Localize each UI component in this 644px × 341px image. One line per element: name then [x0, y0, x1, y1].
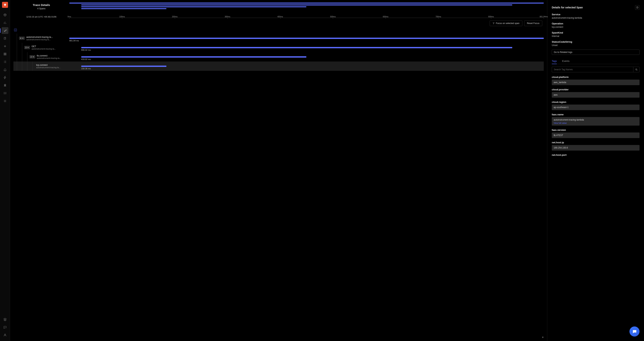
- main: Trace Details 4 Spans 12:01:15 am (UTC +…: [10, 0, 644, 341]
- svg-rect-0: [636, 7, 638, 8]
- mini-map[interactable]: [69, 2, 544, 11]
- tag-key: net.host.ip: [552, 141, 640, 144]
- app-logo[interactable]: [2, 2, 8, 8]
- tag-key: cloud.platform: [552, 76, 640, 78]
- span-count: 4: [20, 37, 21, 39]
- mini-map-bar: [81, 4, 512, 6]
- tag-search-button[interactable]: [633, 67, 640, 72]
- timeline-tick: 200ms: [172, 16, 178, 18]
- span-row[interactable]: tcp.connectautoinstrument-tracing-la...1…: [14, 62, 544, 71]
- reset-focus-label: Reset Focus: [527, 22, 540, 24]
- page-title: Trace Details: [14, 3, 69, 6]
- tag-search-input[interactable]: [552, 67, 633, 72]
- span-tree: + 4autoinstrument-tracing-la...autoinstr…: [14, 29, 544, 339]
- user-icon: [3, 333, 7, 337]
- detail-field-label: Service: [552, 13, 640, 16]
- tab-tags[interactable]: Tags: [552, 58, 557, 64]
- route-icon: [3, 29, 7, 32]
- nav-zap-icon[interactable]: [2, 74, 8, 81]
- span-row[interactable]: 4autoinstrument-tracing-la...autoinstrum…: [14, 34, 544, 43]
- zap-icon: [3, 76, 7, 79]
- focus-selected-label: Focus on selected span: [496, 22, 520, 24]
- nav-route-icon[interactable]: [2, 27, 8, 34]
- span-count: 2: [30, 56, 32, 58]
- chat-icon: [632, 329, 637, 334]
- bar-chart-icon: [3, 21, 7, 24]
- trace-panel: Trace Details 4 Spans 12:01:15 am (UTC +…: [10, 0, 547, 341]
- timeline-tick: 0ms: [68, 16, 71, 18]
- detail-field-value: autoinstrument-tracing-lambda: [552, 16, 640, 19]
- svg-point-2: [636, 69, 637, 70]
- detail-field-label: StatusCodeString: [552, 40, 640, 43]
- span-service: autoinstrument-tracing-la...: [26, 38, 53, 40]
- scroll-icon: [3, 37, 7, 40]
- mini-map-bar: [81, 8, 166, 9]
- layers-icon: [3, 318, 7, 321]
- detail-field-label: Operation: [552, 22, 640, 25]
- bug-icon: [3, 84, 7, 87]
- trace-toolbar: Focus on selected span Reset Focus: [14, 18, 544, 29]
- span-bar: [81, 47, 512, 48]
- span-count-badge[interactable]: 4: [19, 36, 25, 40]
- span-operation: tcp.connect: [36, 64, 60, 66]
- reset-focus-button[interactable]: Reset Focus: [524, 20, 542, 26]
- view-full-value-link[interactable]: View full value: [554, 122, 638, 124]
- sliders-icon: [3, 92, 7, 95]
- tag-key: cloud.provider: [552, 88, 640, 91]
- span-row[interactable]: 3GETautoinstrument-tracing-la...800.42 m…: [14, 43, 544, 52]
- span-service: autoinstrument-tracing-la...: [36, 66, 60, 68]
- tag-value: ap-southeast-1: [552, 104, 640, 110]
- mini-map-bar: [69, 2, 544, 4]
- nav-cluster-icon[interactable]: [2, 43, 8, 50]
- details-tabs: Tags Events: [552, 58, 640, 64]
- list-icon: [3, 60, 7, 64]
- message-icon: [3, 326, 7, 329]
- focus-selected-button[interactable]: Focus on selected span: [490, 20, 522, 26]
- chevron-down-icon: [27, 47, 29, 48]
- tab-events[interactable]: Events: [562, 58, 570, 64]
- span-count: 3: [25, 46, 26, 49]
- grid-icon: [3, 52, 7, 56]
- timeline-tick: 600ms: [383, 16, 388, 18]
- timeline-tick: 881.04ms: [540, 16, 548, 18]
- chevron-down-icon: [32, 56, 34, 58]
- tag-value: aws: [552, 92, 640, 98]
- detail-field-label: SpanKind: [552, 31, 640, 34]
- nav-list-icon[interactable]: [2, 58, 8, 65]
- timeline-tick: 100ms: [119, 16, 125, 18]
- panel-right-icon: [636, 6, 638, 9]
- nav-sliders-icon[interactable]: [2, 90, 8, 96]
- nav-message-icon[interactable]: [2, 324, 8, 330]
- detail-field-value: Unset: [552, 44, 640, 46]
- package-icon: [3, 13, 7, 16]
- nav-grid-icon[interactable]: [2, 51, 8, 58]
- span-row[interactable]: 2tls.connectautoinstrument-tracing-la...…: [14, 52, 544, 62]
- span-count-badge[interactable]: 2: [30, 55, 35, 58]
- detail-field-value: Internal: [552, 35, 640, 38]
- nav-bell-icon[interactable]: [2, 66, 8, 73]
- scrollbar-thumb[interactable]: [542, 336, 544, 338]
- go-to-related-logs-button[interactable]: Go to Related logs: [552, 50, 640, 55]
- chat-fab[interactable]: [630, 326, 640, 336]
- nav-scroll-icon[interactable]: [2, 35, 8, 42]
- span-duration: 418.02 ms: [81, 58, 91, 60]
- nav-package-icon[interactable]: [2, 12, 8, 18]
- expand-all-button[interactable]: +: [14, 29, 17, 31]
- nav-user-icon[interactable]: [2, 332, 8, 338]
- search-icon: [635, 68, 638, 71]
- timeline-tick: 500ms: [330, 16, 336, 18]
- nav-bug-icon[interactable]: [2, 82, 8, 89]
- span-operation: GET: [32, 45, 56, 48]
- timeline-tick: 700ms: [436, 16, 441, 18]
- span-bar: [69, 38, 544, 39]
- tag-value: $LATEST: [552, 132, 640, 138]
- sidebar: [0, 0, 10, 341]
- nav-bar-chart-icon[interactable]: [2, 20, 8, 26]
- span-count-badge[interactable]: 3: [24, 46, 30, 49]
- collapse-panel-button[interactable]: [635, 5, 640, 10]
- nav-gear-icon[interactable]: [2, 98, 8, 104]
- cluster-icon: [3, 44, 7, 48]
- span-bar: [81, 56, 306, 58]
- nav-layers-icon[interactable]: [2, 316, 8, 323]
- tag-key: faas.name: [552, 113, 640, 116]
